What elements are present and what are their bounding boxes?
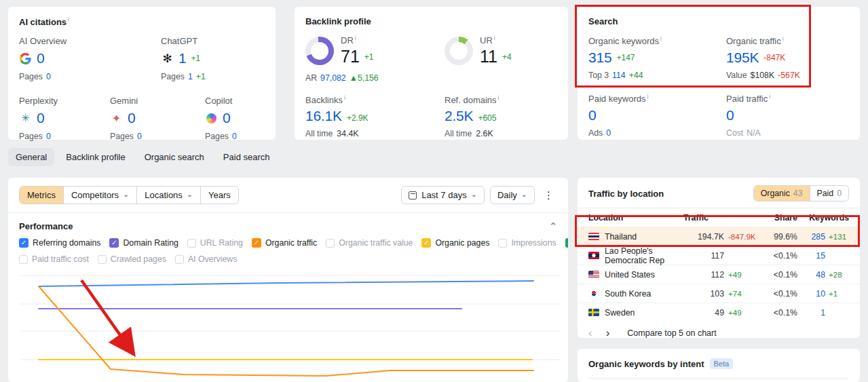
checkbox-label: Impressions bbox=[511, 238, 556, 248]
intent-title: Organic keywords by intent bbox=[588, 359, 704, 369]
paid-keywords-value[interactable]: 0 bbox=[588, 107, 596, 123]
checkbox-impressions[interactable]: Impressions bbox=[498, 238, 556, 248]
chevron-down-icon: ⌄ bbox=[123, 190, 129, 199]
info-icon: i bbox=[782, 35, 784, 42]
filter-competitors[interactable]: Competitors⌄ bbox=[63, 187, 136, 204]
toggle-paid[interactable]: Paid0 bbox=[810, 186, 848, 201]
ahrefs-rank: AR 97,082 ▲5,156 bbox=[305, 73, 445, 83]
checkbox-label: Organic traffic value bbox=[339, 238, 413, 248]
ai-pages-count[interactable]: 0 bbox=[46, 72, 51, 81]
search-cell-organic-keywords: Organic keywordsi315+147Top 3114+44 bbox=[588, 35, 726, 80]
ai-pages-count[interactable]: 0 bbox=[46, 132, 51, 141]
traffic-value: 112 bbox=[683, 270, 724, 280]
tab-organic-search[interactable]: Organic search bbox=[137, 148, 212, 166]
organic-traffic-delta: -847K bbox=[763, 53, 785, 62]
search-cell-paid-keywords: Paid keywordsi0Ads0 bbox=[588, 93, 726, 138]
keywords-link[interactable]: 15 bbox=[797, 251, 825, 261]
ai-pages-count[interactable]: 0 bbox=[232, 132, 237, 141]
keywords-delta: +1 bbox=[829, 289, 849, 298]
filter-row: MetricsCompetitors⌄Locations⌄Years Last … bbox=[8, 178, 568, 204]
ai-citations-count[interactable]: 0 bbox=[37, 110, 44, 126]
date-range-button[interactable]: Last 7 days⌄ bbox=[401, 186, 485, 204]
ai-pages-count[interactable]: 0 bbox=[137, 132, 142, 141]
table-row-south-korea: South Korea103+74<0.1%10+1 bbox=[578, 284, 860, 303]
ai-citations-count[interactable]: 0 bbox=[37, 50, 44, 66]
checkbox-url-rating[interactable]: URL Rating bbox=[187, 238, 243, 248]
beta-badge: Beta bbox=[710, 358, 734, 369]
organic-traffic-value[interactable]: 195K bbox=[726, 50, 759, 66]
domain-rating-cell: DRi 71+1 AR 97,082 ▲5,156 bbox=[305, 35, 445, 83]
checkbox-label: Organic pages bbox=[435, 238, 489, 248]
share-value: <0.1% bbox=[763, 289, 797, 299]
chart-controls: Last 7 days⌄ Daily⌄ ⋮ bbox=[401, 186, 557, 204]
next-page-icon[interactable]: › bbox=[606, 327, 610, 339]
series-line-referring-domains bbox=[39, 281, 533, 286]
ai-card-perplexity: Perplexity✳0Pages0 bbox=[19, 96, 110, 141]
organic-keywords-value[interactable]: 315 bbox=[588, 50, 611, 66]
tab-general[interactable]: General bbox=[8, 148, 54, 166]
dr-delta: +1 bbox=[364, 52, 374, 62]
ai-citations-title: AI citationsi bbox=[8, 7, 276, 27]
table-row-sweden: Sweden49+49<0.1%1 bbox=[578, 303, 860, 322]
prev-page-icon[interactable]: ‹ bbox=[588, 327, 592, 339]
search-cell-organic-traffic: Organic traffici195K-847KValue$108K-567K bbox=[726, 35, 849, 80]
backlinks-value-link[interactable]: 16.1K bbox=[305, 108, 342, 124]
checkbox-paid-traffic[interactable]: ✓Paid traffic bbox=[565, 238, 568, 248]
ai-pages-row: Pages0 bbox=[19, 72, 161, 81]
kr-flag-icon bbox=[588, 290, 599, 297]
checkbox-referring-domains[interactable]: ✓Referring domains bbox=[19, 238, 100, 248]
keywords-link[interactable]: 10 bbox=[797, 289, 825, 299]
traffic-delta: +49 bbox=[728, 308, 763, 317]
paid-traffic-value[interactable]: 0 bbox=[726, 107, 734, 123]
search-title: Search bbox=[578, 7, 860, 26]
keywords-by-intent-panel: Organic keywords by intent Beta bbox=[578, 349, 860, 382]
tab-paid-search[interactable]: Paid search bbox=[216, 148, 278, 166]
checkbox-label: Organic traffic bbox=[265, 238, 317, 248]
ai-pages-row: Pages1+1 bbox=[161, 72, 265, 81]
gemini-icon: ✦ bbox=[110, 112, 123, 125]
collapse-chevron-up-icon[interactable]: ⌃ bbox=[549, 221, 557, 231]
ai-citations-count[interactable]: 0 bbox=[223, 110, 230, 126]
search-panel: Search Organic keywordsi315+147Top 3114+… bbox=[578, 7, 860, 140]
checkbox-organic-pages[interactable]: ✓Organic pages bbox=[421, 238, 489, 248]
keywords-link[interactable]: 48 bbox=[797, 270, 825, 280]
la-flag-icon bbox=[588, 252, 599, 259]
filter-metrics[interactable]: Metrics bbox=[20, 187, 63, 204]
checkbox-domain-rating[interactable]: ✓Domain Rating bbox=[109, 238, 178, 248]
info-icon: i bbox=[344, 94, 345, 101]
ai-overview-icon bbox=[19, 52, 32, 65]
ur-value: 11+4 bbox=[480, 47, 512, 66]
refdomains-value-link[interactable]: 2.5K bbox=[445, 108, 473, 124]
ai-card-label: ChatGPT bbox=[161, 36, 265, 46]
filter-years[interactable]: Years bbox=[200, 187, 238, 204]
ai-pages-count[interactable]: 1 bbox=[188, 72, 193, 81]
annotation-arrow bbox=[81, 280, 130, 349]
keywords-link[interactable]: 1 bbox=[797, 308, 825, 318]
traffic-by-location-panel: Traffic by location Organic43Paid0 Locat… bbox=[578, 178, 860, 338]
ref-domains-cell: Ref. domainsi 2.5K+605 All time2.6K bbox=[445, 94, 557, 138]
checkbox-organic-traffic-value[interactable]: Organic traffic value bbox=[326, 238, 413, 248]
ai-citations-count[interactable]: 0 bbox=[128, 110, 135, 126]
ai-citations-delta: +1 bbox=[191, 54, 200, 63]
granularity-button[interactable]: Daily⌄ bbox=[490, 186, 535, 204]
ar-value-link[interactable]: 97,082 bbox=[320, 73, 346, 83]
se-flag-icon bbox=[588, 309, 599, 316]
checkbox-organic-traffic[interactable]: ✓Organic traffic bbox=[252, 238, 317, 248]
table-row-lao-people-s-democratic-rep: Lao People's Democratic Rep117<0.1%15 bbox=[578, 246, 860, 265]
checkbox-label: Referring domains bbox=[33, 238, 100, 248]
compare-top5-link[interactable]: Compare top 5 on chart bbox=[627, 328, 716, 338]
organic-keywords-delta: +147 bbox=[616, 53, 635, 62]
backlinks-row: Backlinksi 16.1K+2.9K All time34.4K Ref.… bbox=[295, 83, 568, 138]
copilot-icon bbox=[205, 112, 218, 125]
kebab-menu-icon[interactable]: ⋮ bbox=[540, 189, 557, 202]
keywords-delta: +131 bbox=[829, 232, 849, 241]
ur-delta: +4 bbox=[502, 52, 512, 62]
tab-backlink-profile[interactable]: Backlink profile bbox=[58, 148, 132, 166]
traffic-panel-header: Traffic by location Organic43Paid0 bbox=[578, 178, 860, 208]
ai-citations-count[interactable]: 1 bbox=[178, 50, 186, 66]
filter-locations[interactable]: Locations⌄ bbox=[136, 187, 200, 204]
location-name: United States bbox=[605, 270, 655, 280]
keywords-link[interactable]: 285 bbox=[797, 232, 825, 242]
traffic-value: 49 bbox=[683, 308, 724, 318]
toggle-organic[interactable]: Organic43 bbox=[754, 186, 810, 201]
